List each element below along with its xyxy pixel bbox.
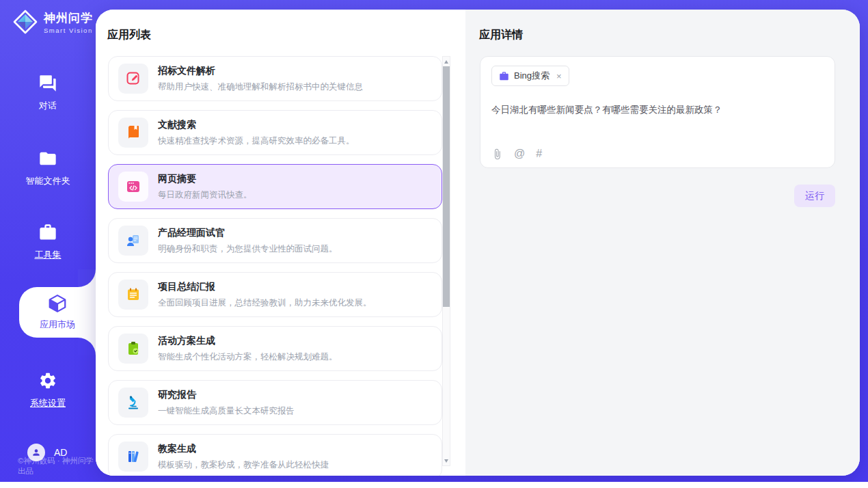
mention-icon[interactable]: @ <box>514 148 525 160</box>
app-card-title: 网页摘要 <box>158 173 252 185</box>
brand-name: 神州问学 <box>44 10 93 26</box>
folder-icon <box>38 149 57 168</box>
cube-icon <box>47 293 68 314</box>
prompt-input-card: Bing搜索 × 今日湖北有哪些新闻要点？有哪些需要关注的最新政策？ @ # <box>480 56 835 168</box>
app-icon-tile <box>118 442 148 472</box>
sticky-note-icon <box>125 286 141 303</box>
sidebar-item-label: 工具集 <box>0 249 96 261</box>
sidebar-item-label: 应用市场 <box>19 318 96 331</box>
app-list-title: 应用列表 <box>107 28 465 42</box>
sidebar-item-chat[interactable]: 对话 <box>0 74 96 112</box>
app-icon-tile <box>118 118 148 148</box>
app-card-title: 教案生成 <box>158 443 329 455</box>
app-card-desc: 智能生成个性化活动方案，轻松解决规划难题。 <box>158 351 338 363</box>
copyright-footer: ©神州数码 · 神州问学出品 <box>18 456 96 476</box>
app-card-title: 文献搜索 <box>158 119 355 131</box>
sidebar-item-label: 智能文件夹 <box>0 175 96 187</box>
app-card-title: 研究报告 <box>158 389 295 401</box>
toolbox-icon <box>38 223 57 242</box>
app-icon-tile <box>118 334 148 364</box>
app-list-scrollbar[interactable] <box>442 56 450 466</box>
scroll-up-arrow[interactable] <box>443 57 450 66</box>
app-icon-tile <box>118 172 148 202</box>
app-root: 神州问学 Smart Vision 对话 智能文件夹 工具集 <box>0 0 868 482</box>
bottom-strip <box>0 482 868 488</box>
sidebar-item-label: 系统设置 <box>0 397 96 409</box>
sidebar-item-smart-folder[interactable]: 智能文件夹 <box>0 149 96 187</box>
app-card-desc: 一键智能生成高质量长文本研究报告 <box>158 405 295 417</box>
app-icon-tile <box>118 388 148 418</box>
app-card-research-report[interactable]: 研究报告 一键智能生成高质量长文本研究报告 <box>108 380 442 425</box>
scroll-down-arrow[interactable] <box>443 457 450 465</box>
app-card-lesson-plan[interactable]: 教案生成 模板驱动，教案秒成，教学准备从此轻松快捷 <box>108 434 442 476</box>
briefcase-icon <box>499 71 509 81</box>
app-card-web-summary[interactable]: 网页摘要 每日政府新闻资讯快查。 <box>108 164 442 209</box>
app-list-pane: 应用列表 招标文件解析 帮助用户快速、准确地理解和解析招标书中的关键信息 <box>96 10 465 476</box>
app-card-title: 招标文件解析 <box>158 65 363 77</box>
tool-tag-bing-search[interactable]: Bing搜索 × <box>491 66 569 86</box>
app-icon-tile <box>118 280 148 310</box>
brand-tagline: Smart Vision <box>44 27 93 34</box>
book-icon <box>125 124 141 141</box>
chat-icon <box>38 74 57 93</box>
hash-icon[interactable]: # <box>536 148 542 160</box>
edit-document-icon <box>125 70 141 87</box>
app-card-title: 项目总结汇报 <box>158 281 372 293</box>
microscope-icon <box>125 394 141 411</box>
app-icon-tile <box>118 64 148 94</box>
sidebar-item-toolset[interactable]: 工具集 <box>0 223 96 261</box>
query-input[interactable]: 今日湖北有哪些新闻要点？有哪些需要关注的最新政策？ <box>491 103 824 117</box>
brand-diamond-icon <box>12 9 38 35</box>
clipboard-check-icon <box>125 340 141 357</box>
notch-curve-bottom <box>78 338 96 355</box>
sidebar-item-app-market[interactable]: 应用市场 <box>19 287 96 338</box>
run-button[interactable]: 运行 <box>794 185 835 207</box>
app-card-pm-interviewer[interactable]: 产品经理面试官 明确身份和职责，为您提供专业性的面试问题。 <box>108 218 442 263</box>
books-icon <box>125 448 141 465</box>
attachment-icon[interactable] <box>491 148 503 160</box>
app-card-desc: 模板驱动，教案秒成，教学准备从此轻松快捷 <box>158 459 329 471</box>
tag-close-icon[interactable]: × <box>556 71 562 81</box>
app-card-list: 招标文件解析 帮助用户快速、准确地理解和解析招标书中的关键信息 文献搜索 快速精… <box>108 56 442 470</box>
app-card-event-plan[interactable]: 活动方案生成 智能生成个性化活动方案，轻松解决规划难题。 <box>108 326 442 371</box>
sidebar-item-label: 对话 <box>0 100 96 112</box>
input-toolbar: @ # <box>491 148 542 160</box>
interviewer-icon <box>125 232 141 249</box>
gear-icon <box>38 371 57 390</box>
app-card-desc: 明确身份和职责，为您提供专业性的面试问题。 <box>158 243 338 255</box>
web-code-icon <box>125 178 141 195</box>
sidebar: 神州问学 Smart Vision 对话 智能文件夹 工具集 <box>0 0 96 482</box>
app-icon-tile <box>118 226 148 256</box>
app-card-literature-search[interactable]: 文献搜索 快速精准查找学术资源，提高研究效率的必备工具。 <box>108 110 442 155</box>
app-card-desc: 每日政府新闻资讯快查。 <box>158 189 252 201</box>
main-panel: 应用列表 招标文件解析 帮助用户快速、准确地理解和解析招标书中的关键信息 <box>96 10 860 476</box>
app-detail-pane: 应用详情 Bing搜索 × 今日湖北有哪些新闻要点？有哪些需要关注的最新政策？ … <box>465 10 860 476</box>
scrollbar-thumb[interactable] <box>443 66 450 307</box>
app-card-project-summary[interactable]: 项目总结汇报 全面回顾项目进展，总结经验教训，助力未来优化发展。 <box>108 272 442 317</box>
app-card-desc: 帮助用户快速、准确地理解和解析招标书中的关键信息 <box>158 81 363 93</box>
app-card-title: 活动方案生成 <box>158 335 338 347</box>
app-detail-title: 应用详情 <box>479 28 860 42</box>
app-card-title: 产品经理面试官 <box>158 227 338 239</box>
sidebar-item-settings[interactable]: 系统设置 <box>0 371 96 409</box>
app-card-desc: 快速精准查找学术资源，提高研究效率的必备工具。 <box>158 135 355 147</box>
app-card-desc: 全面回顾项目进展，总结经验教训，助力未来优化发展。 <box>158 297 372 309</box>
tool-tag-label: Bing搜索 <box>514 70 550 82</box>
brand-logo: 神州问学 Smart Vision <box>12 9 93 35</box>
app-card-bid-parse[interactable]: 招标文件解析 帮助用户快速、准确地理解和解析招标书中的关键信息 <box>108 56 442 101</box>
notch-curve-top <box>78 269 96 287</box>
